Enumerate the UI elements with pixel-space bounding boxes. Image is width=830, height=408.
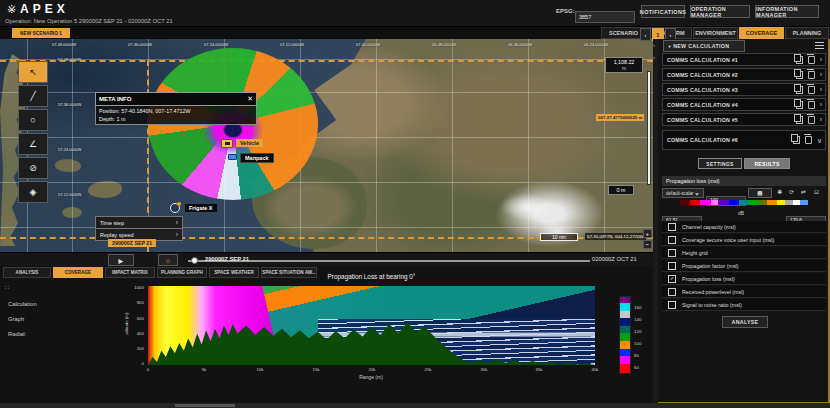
map-zoom-in-button[interactable]: + (643, 229, 652, 238)
swap-axes-icon[interactable]: ⇄ (801, 188, 806, 195)
trash-icon[interactable] (808, 56, 815, 64)
epsg-input[interactable] (575, 5, 635, 17)
y-axis-label: altitude (m) (124, 304, 129, 344)
calc-row-1[interactable]: COMMS CALCULATION #1 › (662, 53, 826, 66)
timeline-handle[interactable] (191, 257, 198, 264)
trash-icon[interactable] (808, 101, 815, 109)
new-calculation-button[interactable]: + NEW CALCULATION (663, 40, 745, 52)
cursor-icon: ↖ (29, 67, 37, 77)
duplicate-icon[interactable] (793, 136, 800, 144)
layer-row-coverage-secure-voice[interactable]: Coverage secure voice user input (msl) (662, 234, 826, 246)
layer-row-channel-capacity[interactable]: Channel capacity (msl) (662, 221, 826, 233)
duplicate-icon[interactable] (796, 116, 803, 124)
scrollbar-thumb[interactable] (175, 404, 235, 407)
calc-row-6-expanded[interactable]: COMMS CALCULATION #6 ∨ (662, 130, 826, 150)
timestep-tag[interactable]: 290000Z SEP 21 (108, 239, 156, 247)
scenario-tab-new-scenario[interactable]: NEW SCENARIO 1 (12, 28, 70, 38)
tab-coverage[interactable]: COVERAGE (739, 27, 784, 39)
collapse-chevron-down-icon[interactable]: ∨ (817, 137, 822, 144)
refresh-icon[interactable]: ⟳ (789, 188, 794, 195)
vehicle-marker-icon[interactable] (221, 139, 233, 148)
calc-row-2[interactable]: COMMS CALCULATION #2 › (662, 68, 826, 81)
duplicate-icon[interactable] (796, 71, 803, 79)
visibility-tool-button[interactable]: ⊘ (18, 157, 48, 179)
drag-handle-icon[interactable]: ∷ (5, 284, 9, 292)
duplicate-icon[interactable] (796, 101, 803, 109)
scalar-select[interactable]: default-scalar (662, 188, 704, 198)
layer-row-signal-to-noise[interactable]: Signal to noise ratio (msl) (662, 299, 826, 311)
range-min-input[interactable] (662, 208, 702, 218)
lon-label: 07-24.0000W (204, 42, 228, 47)
fit-view-icon[interactable]: ⊡ (814, 188, 819, 195)
measure-tool-button[interactable]: ╱ (18, 85, 48, 107)
results-tab-label: RESULTS (754, 161, 779, 167)
context-menu-item-time-step[interactable]: Time step › (95, 216, 183, 229)
draw-shape-tool-button[interactable]: ○ (18, 109, 48, 131)
meta-info-depth: Depth: 1 m (99, 116, 253, 122)
chevron-right-icon: › (176, 219, 178, 226)
notifications-button[interactable]: NOTIFICATIONS (641, 5, 685, 18)
checkbox-checked[interactable]: ✓ (668, 275, 676, 283)
checkbox[interactable] (668, 262, 676, 270)
expand-chevron-icon[interactable]: › (820, 71, 822, 78)
duplicate-icon[interactable] (796, 56, 803, 64)
vehicle-marker-label[interactable]: Vehicle (236, 139, 263, 147)
layer-row-propagation-factor[interactable]: Propagation factor (msl) (662, 260, 826, 272)
epsg-value[interactable] (575, 11, 635, 23)
elevation-slider[interactable] (647, 71, 651, 185)
page-prev-button[interactable]: ‹ (640, 28, 651, 41)
horizontal-scrollbar[interactable] (0, 403, 830, 408)
collapse-chevron-icon[interactable]: › (653, 42, 655, 48)
operation-manager-button[interactable]: OPERATION MANAGER (690, 5, 750, 18)
select-tool-button[interactable]: ↖ (18, 61, 48, 83)
angle-tool-button[interactable]: ∠ (18, 133, 48, 155)
layer-row-height-grid[interactable]: Height grid (662, 247, 826, 259)
results-tab[interactable]: RESULTS (744, 158, 790, 169)
expand-chevron-icon[interactable]: › (820, 116, 822, 123)
calc-row-3[interactable]: COMMS CALCULATION #3 › (662, 83, 826, 96)
checkbox[interactable] (668, 288, 676, 296)
checkbox[interactable] (668, 223, 676, 231)
colormap-strip[interactable] (680, 200, 808, 205)
checkbox[interactable] (668, 301, 676, 309)
trash-icon[interactable] (808, 86, 815, 94)
style-icon[interactable]: ✽ (777, 188, 782, 195)
tab-analysis[interactable]: ANALYSIS (3, 267, 51, 278)
information-manager-button[interactable]: INFORMATION MANAGER (755, 5, 819, 18)
expand-chevron-icon[interactable]: › (820, 56, 822, 63)
close-icon[interactable]: ✕ (247, 95, 253, 103)
expand-chevron-icon[interactable]: › (820, 86, 822, 93)
tab-environment[interactable]: ENVIRONMENT (693, 27, 738, 39)
manpack-marker-icon[interactable] (228, 154, 237, 160)
paint-style-button[interactable]: ▤ (748, 188, 772, 198)
tab-coverage-bottom[interactable]: COVERAGE (53, 267, 103, 278)
erase-tool-button[interactable]: ◈ (18, 181, 48, 203)
checkbox[interactable] (668, 249, 676, 257)
timeline-settings-button[interactable]: ☼ (158, 254, 178, 266)
map-view[interactable]: 07-48.0000W 07-36.0000W 07-24.0000W 07-1… (0, 39, 653, 252)
layer-row-received-powerlevel[interactable]: Received powerlevel (msl) (662, 286, 826, 298)
range-max-input[interactable] (786, 208, 826, 218)
radial-label: Radial: (8, 331, 26, 337)
trash-icon[interactable] (808, 116, 815, 124)
trash-icon[interactable] (805, 136, 812, 144)
play-button[interactable]: ▶ (108, 254, 134, 266)
frigate-marker-icon[interactable] (170, 203, 180, 213)
scalar-input[interactable] (706, 188, 746, 198)
x-tick: 5k (194, 367, 214, 372)
settings-tab[interactable]: SETTINGS (698, 158, 742, 169)
tab-planning[interactable]: PLANNING (785, 27, 829, 39)
duplicate-icon[interactable] (796, 86, 803, 94)
map-zoom-out-button[interactable]: − (643, 240, 652, 249)
checkbox[interactable] (668, 236, 676, 244)
calc-row-5[interactable]: COMMS CALCULATION #5 › (662, 113, 826, 126)
collapse-chevron-icon[interactable]: › (653, 54, 655, 60)
frigate-marker-label[interactable]: Frigate X (185, 204, 217, 212)
manpack-marker-label[interactable]: Manpack (240, 153, 274, 163)
menu-icon[interactable] (815, 42, 824, 50)
expand-chevron-icon[interactable]: › (820, 101, 822, 108)
analyse-button[interactable]: ANALYSE (722, 316, 768, 328)
calc-row-4[interactable]: COMMS CALCULATION #4 › (662, 98, 826, 111)
trash-icon[interactable] (808, 71, 815, 79)
layer-row-propagation-loss[interactable]: ✓ Propagation loss (msl) (662, 273, 826, 285)
